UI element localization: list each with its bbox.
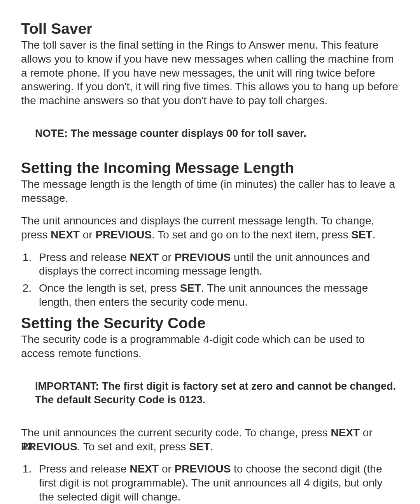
text: or bbox=[360, 427, 373, 439]
text: . bbox=[373, 229, 376, 241]
kw-next: NEXT bbox=[130, 463, 159, 475]
text: or bbox=[80, 229, 95, 241]
msg-length-intro: The message length is the length of time… bbox=[21, 177, 399, 205]
kw-next: NEXT bbox=[51, 229, 80, 241]
page-number: 12 bbox=[22, 441, 33, 452]
heading-security-code: Setting the Security Code bbox=[21, 315, 399, 332]
text: . bbox=[210, 441, 214, 453]
security-code-announce: The unit announces the current security … bbox=[21, 426, 399, 454]
toll-saver-body: The toll saver is the final setting in t… bbox=[21, 38, 399, 108]
heading-toll-saver: Toll Saver bbox=[21, 20, 399, 37]
msg-length-announce: The unit announces and displays the curr… bbox=[21, 214, 399, 242]
list-item: Press and release NEXT or PREVIOUS to ch… bbox=[36, 462, 399, 504]
kw-previous: PREVIOUS bbox=[175, 251, 231, 263]
heading-msg-length: Setting the Incoming Message Length bbox=[21, 159, 399, 177]
kw-set: SET bbox=[351, 229, 372, 241]
security-code-important: IMPORTANT: The first digit is factory se… bbox=[35, 380, 399, 407]
text: . To set and exit, press bbox=[77, 441, 189, 453]
text: Press and release bbox=[39, 463, 130, 475]
kw-set: SET bbox=[180, 282, 201, 294]
kw-next: NEXT bbox=[331, 427, 360, 439]
text: Press and release bbox=[39, 251, 130, 263]
list-item: Once the length is set, press SET. The u… bbox=[36, 281, 399, 309]
text: Once the length is set, press bbox=[39, 282, 180, 294]
kw-previous: PREVIOUS bbox=[175, 463, 231, 475]
kw-set: SET bbox=[189, 441, 210, 453]
kw-previous: PREVIOUS bbox=[95, 229, 152, 241]
text: . To set and go on to the next item, pre… bbox=[152, 229, 351, 241]
msg-length-steps: Press and release NEXT or PREVIOUS until… bbox=[21, 250, 399, 309]
toll-saver-note: NOTE: The message counter displays 00 fo… bbox=[35, 127, 399, 140]
manual-page: Toll Saver The toll saver is the final s… bbox=[0, 0, 420, 504]
security-code-steps: Press and release NEXT or PREVIOUS to ch… bbox=[21, 462, 399, 504]
kw-next: NEXT bbox=[130, 251, 159, 263]
security-code-intro: The security code is a programmable 4-di… bbox=[21, 332, 399, 360]
text: or bbox=[159, 251, 174, 263]
text: The unit announces the current security … bbox=[21, 427, 331, 439]
text: or bbox=[159, 463, 174, 475]
list-item: Press and release NEXT or PREVIOUS until… bbox=[36, 250, 399, 278]
